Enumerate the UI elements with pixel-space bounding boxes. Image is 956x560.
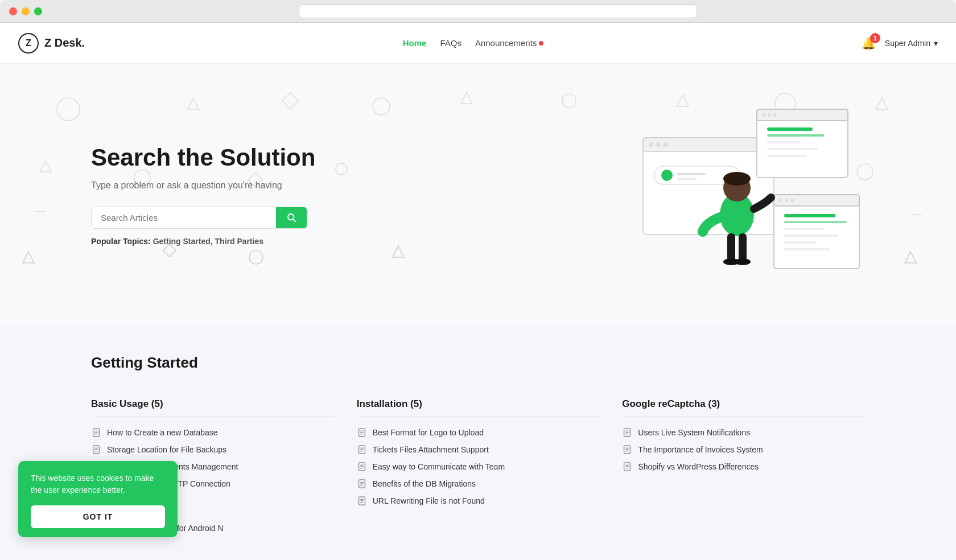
svg-point-5 bbox=[562, 94, 576, 108]
svg-marker-4 bbox=[461, 92, 472, 104]
logo[interactable]: Z Z Desk. bbox=[18, 33, 85, 53]
hero-svg-illustration bbox=[626, 104, 865, 286]
article-item[interactable]: Tickets Files Attachment Support bbox=[357, 444, 600, 455]
document-icon bbox=[91, 427, 101, 438]
section-title: Getting Started bbox=[91, 354, 865, 381]
window-chrome bbox=[0, 0, 956, 23]
svg-rect-60 bbox=[727, 233, 735, 262]
article-title: Best Format for Logo to Upload bbox=[373, 428, 484, 437]
category-title-recaptcha: Google reCaptcha (3) bbox=[622, 398, 865, 417]
svg-rect-51 bbox=[784, 214, 835, 217]
svg-rect-54 bbox=[784, 234, 838, 237]
svg-marker-15 bbox=[23, 252, 34, 263]
svg-rect-42 bbox=[767, 134, 824, 137]
cookie-banner: This website uses cookies to make the us… bbox=[18, 461, 178, 537]
popular-topics-list[interactable]: Getting Started, Third Parties bbox=[153, 237, 263, 246]
article-item[interactable]: Easy way to Communicate with Team bbox=[357, 462, 600, 472]
svg-marker-18 bbox=[393, 246, 404, 257]
document-icon bbox=[91, 444, 101, 455]
svg-marker-8 bbox=[876, 98, 888, 109]
article-item[interactable]: The Importance of Invoices System bbox=[622, 444, 865, 455]
hero-illustration bbox=[626, 104, 865, 286]
nav-item-home[interactable]: Home bbox=[403, 38, 427, 48]
category-title-installation: Installation (5) bbox=[357, 398, 600, 417]
popular-label: Popular Topics: bbox=[91, 237, 151, 246]
article-item[interactable]: Benefits of the DB Migrations bbox=[357, 479, 600, 489]
svg-rect-34 bbox=[677, 173, 706, 175]
svg-rect-44 bbox=[767, 148, 818, 150]
svg-marker-20 bbox=[905, 252, 916, 263]
announcements-dot bbox=[539, 41, 543, 46]
document-icon bbox=[357, 496, 367, 506]
svg-point-0 bbox=[57, 98, 80, 121]
nav-item-faqs[interactable]: FAQs bbox=[440, 38, 461, 48]
svg-point-48 bbox=[779, 199, 782, 202]
traffic-lights bbox=[9, 7, 42, 15]
header-right: 🔔 1 Super Admin ▾ bbox=[862, 36, 938, 50]
svg-point-39 bbox=[768, 113, 771, 117]
svg-point-33 bbox=[661, 170, 673, 181]
address-bar[interactable] bbox=[299, 5, 697, 18]
document-icon bbox=[357, 444, 367, 455]
hero-subtitle: Type a problem or ask a question you're … bbox=[91, 180, 376, 191]
article-list-recaptcha: Users Live System Notifications The Impo… bbox=[622, 427, 865, 472]
cookie-message: This website uses cookies to make the us… bbox=[31, 472, 165, 496]
cookie-accept-button[interactable]: GOT IT bbox=[31, 505, 165, 528]
announcements-label: Announcements bbox=[475, 38, 537, 48]
svg-marker-9 bbox=[40, 160, 51, 172]
logo-icon: Z bbox=[18, 33, 39, 53]
svg-rect-52 bbox=[784, 221, 847, 223]
svg-point-29 bbox=[649, 142, 653, 147]
article-item[interactable]: How to Create a new Database bbox=[91, 427, 334, 438]
maximize-button[interactable] bbox=[34, 7, 42, 15]
svg-point-49 bbox=[785, 199, 788, 202]
document-icon bbox=[357, 427, 367, 438]
svg-rect-55 bbox=[784, 241, 815, 244]
article-item[interactable]: Users Live System Notifications bbox=[622, 427, 865, 438]
svg-point-30 bbox=[656, 142, 661, 147]
article-title: Users Live System Notifications bbox=[638, 428, 750, 437]
user-label: Super Admin bbox=[885, 39, 930, 48]
categories-grid: Basic Usage (5) How to Create a new Data… bbox=[91, 398, 865, 506]
svg-point-38 bbox=[762, 113, 765, 117]
svg-rect-43 bbox=[767, 141, 801, 143]
close-button[interactable] bbox=[9, 7, 17, 15]
footer-article[interactable]: Learning Roadmap for Android N bbox=[91, 523, 865, 533]
article-title: URL Rewriting File is not Found bbox=[373, 496, 485, 505]
svg-rect-2 bbox=[282, 93, 298, 109]
article-list-installation: Best Format for Logo to Upload Tickets F… bbox=[357, 427, 600, 506]
category-recaptcha: Google reCaptcha (3) Users Live System N… bbox=[622, 398, 865, 506]
notification-bell[interactable]: 🔔 1 bbox=[862, 36, 876, 50]
hero-content: Search the Solution Type a problem or as… bbox=[91, 143, 376, 245]
svg-marker-1 bbox=[188, 98, 199, 109]
article-item[interactable]: Shopify vs WordPress Differences bbox=[622, 462, 865, 472]
article-item[interactable]: Best Format for Logo to Upload bbox=[357, 427, 600, 438]
main-nav: Home FAQs Announcements bbox=[403, 38, 544, 48]
document-icon bbox=[622, 444, 632, 455]
header: Z Z Desk. Home FAQs Announcements 🔔 1 Su… bbox=[0, 23, 956, 64]
notification-badge: 1 bbox=[870, 33, 880, 43]
svg-point-59 bbox=[723, 172, 751, 186]
document-icon bbox=[622, 462, 632, 472]
minimize-button[interactable] bbox=[22, 7, 30, 15]
svg-rect-16 bbox=[163, 244, 176, 257]
chevron-down-icon: ▾ bbox=[934, 39, 938, 48]
svg-rect-45 bbox=[767, 155, 807, 157]
logo-text: Z Desk. bbox=[44, 36, 85, 50]
svg-line-26 bbox=[293, 220, 295, 222]
category-title-basic: Basic Usage (5) bbox=[91, 398, 334, 417]
search-icon bbox=[286, 212, 296, 223]
nav-item-announcements[interactable]: Announcements bbox=[475, 38, 543, 48]
popular-topics: Popular Topics: Getting Started, Third P… bbox=[91, 237, 376, 246]
category-installation: Installation (5) Best Format for Logo to… bbox=[357, 398, 600, 506]
article-title: Tickets Files Attachment Support bbox=[373, 445, 489, 454]
svg-point-31 bbox=[664, 142, 668, 147]
document-icon bbox=[357, 462, 367, 472]
search-button[interactable] bbox=[276, 207, 307, 228]
article-item[interactable]: Storage Location for File Backups bbox=[91, 444, 334, 455]
search-input[interactable] bbox=[92, 207, 276, 228]
article-item[interactable]: URL Rewriting File is not Found bbox=[357, 496, 600, 506]
article-title: Benefits of the DB Migrations bbox=[373, 479, 476, 488]
user-menu[interactable]: Super Admin ▾ bbox=[885, 39, 938, 48]
article-title: How to Create a new Database bbox=[107, 428, 218, 437]
